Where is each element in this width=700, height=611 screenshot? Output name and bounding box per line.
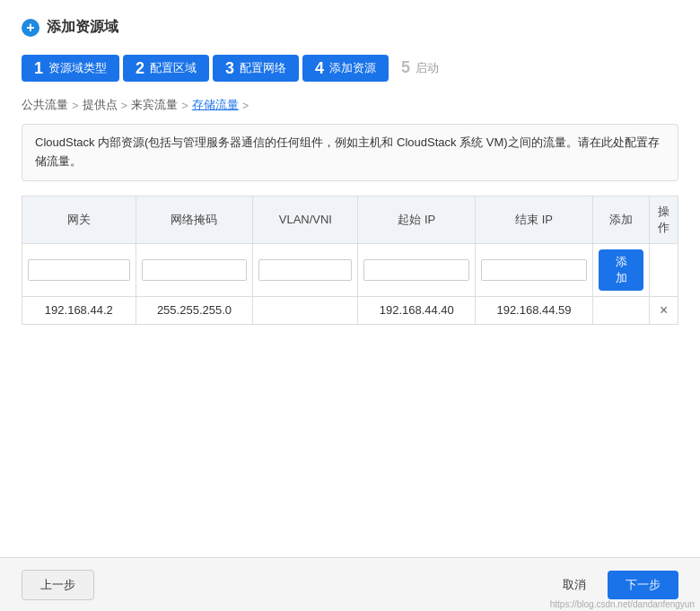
table-row: 192.168.44.2 255.255.255.0 192.168.44.40…	[22, 296, 678, 324]
netmask-input[interactable]	[142, 259, 248, 281]
add-row-button[interactable]: 添加	[599, 249, 644, 291]
step-5-num: 5	[401, 58, 410, 77]
row-vlan	[253, 296, 358, 324]
step-5-inactive: 5 启动	[392, 53, 448, 83]
step-5-label: 启动	[416, 60, 439, 76]
page-title-row: + 添加资源域	[22, 18, 678, 37]
step-3-label: 配置网络	[240, 60, 286, 76]
breadcrumb-storage-traffic[interactable]: 存储流量	[192, 97, 239, 113]
info-box: CloudStack 内部资源(包括与管理服务器通信的任何组件，例如主机和 Cl…	[22, 124, 678, 181]
col-netmask: 网络掩码	[136, 196, 253, 243]
step-1-button[interactable]: 1 资源域类型	[22, 55, 119, 82]
step-4-num: 4	[315, 60, 324, 76]
col-end-ip: 结束 IP	[476, 196, 593, 243]
vlan-input[interactable]	[258, 259, 352, 281]
step-4-label: 添加资源	[329, 60, 376, 76]
end-ip-input[interactable]	[481, 259, 587, 281]
delete-row-icon[interactable]: ×	[660, 302, 668, 318]
step-3-num: 3	[225, 60, 234, 76]
step-2-button[interactable]: 2 配置区域	[123, 55, 209, 82]
breadcrumb-guest-traffic[interactable]: 来宾流量	[131, 97, 178, 113]
start-ip-input[interactable]	[363, 259, 469, 281]
storage-traffic-table: 网关 网络掩码 VLAN/VNI 起始 IP 结束 IP 添加 操作 添加	[22, 196, 678, 325]
step-3-button[interactable]: 3 配置网络	[213, 55, 299, 82]
col-start-ip: 起始 IP	[358, 196, 476, 243]
add-zone-icon: +	[22, 19, 39, 37]
watermark: https://blog.csdn.net/dandanfengyun	[550, 599, 695, 609]
step-2-num: 2	[136, 60, 144, 76]
prev-button[interactable]: 上一步	[22, 570, 94, 600]
step-4-button[interactable]: 4 添加资源	[302, 55, 389, 82]
page-title: 添加资源域	[47, 18, 118, 37]
row-end-ip: 192.168.44.59	[476, 296, 593, 324]
row-start-ip: 192.168.44.40	[358, 296, 476, 324]
breadcrumb-public-traffic[interactable]: 公共流量	[22, 97, 68, 113]
cancel-button[interactable]: 取消	[552, 571, 597, 599]
step-1-label: 资源域类型	[48, 60, 107, 76]
row-gateway: 192.168.44.2	[22, 296, 136, 324]
gateway-input[interactable]	[28, 259, 130, 281]
next-button[interactable]: 下一步	[608, 571, 678, 599]
steps-row: 1 资源域类型 2 配置区域 3 配置网络 4 添加资源 5 启动	[22, 53, 678, 83]
breadcrumb-provider[interactable]: 提供点	[83, 97, 118, 113]
input-row: 添加	[22, 243, 678, 296]
step-1-num: 1	[34, 60, 43, 76]
row-netmask: 255.255.255.0	[136, 296, 253, 324]
col-add: 添加	[592, 196, 650, 243]
col-action: 操作	[650, 196, 678, 243]
breadcrumb-row: 公共流量 > 提供点 > 来宾流量 > 存储流量 >	[22, 97, 678, 113]
col-gateway: 网关	[22, 196, 136, 243]
step-2-label: 配置区域	[150, 60, 197, 76]
col-vlan: VLAN/VNI	[253, 196, 358, 243]
